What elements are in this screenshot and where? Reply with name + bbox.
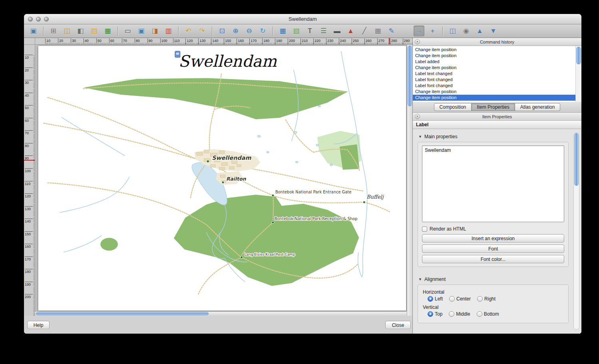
group-items-button[interactable]: ◫: [447, 26, 458, 36]
history-item[interactable]: Label font changed: [413, 83, 575, 89]
refresh-view-icon: ↻: [260, 28, 265, 34]
history-item[interactable]: Change item position: [413, 95, 581, 101]
ruler-mark: 110: [25, 181, 33, 186]
add-new-label-button[interactable]: T: [304, 26, 315, 36]
add-arrow-button[interactable]: ╱: [359, 26, 370, 36]
canvas-vertical-scrollbar[interactable]: [407, 45, 412, 316]
composer-manager-button[interactable]: ◧: [75, 26, 86, 36]
scrollbar-thumb[interactable]: [36, 312, 209, 315]
add-image-button[interactable]: ▧: [291, 26, 302, 36]
history-item[interactable]: Label added: [413, 59, 575, 65]
add-new-scalebar-button[interactable]: ▬: [332, 26, 342, 36]
tab-item-properties[interactable]: Item Properties: [472, 103, 515, 111]
lower-selected-items-button[interactable]: ▼: [488, 26, 499, 36]
zoom-full-extent-button[interactable]: ⊡: [217, 26, 227, 36]
radio-option-left[interactable]: Left: [428, 296, 443, 302]
lock-selected-items-button[interactable]: ◉: [461, 26, 472, 36]
radio-left[interactable]: [428, 296, 433, 302]
add-new-legend-button[interactable]: ☰: [318, 26, 329, 36]
scrollbar-thumb[interactable]: [408, 46, 412, 106]
export-as-pdf-button[interactable]: ▥: [163, 26, 174, 36]
load-from-template-button[interactable]: ▤: [89, 26, 100, 36]
add-basic-shape-button[interactable]: ▲: [345, 26, 356, 36]
add-html-frame-button[interactable]: ✎: [386, 26, 397, 36]
tab-atlas-generation[interactable]: Atlas generation: [515, 103, 561, 111]
raise-selected-items-icon: ▲: [476, 28, 483, 34]
scrollbar-thumb[interactable]: [576, 47, 581, 64]
alignment-section-header[interactable]: ▼ Alignment: [418, 276, 569, 282]
history-scrollbar[interactable]: [575, 46, 581, 102]
print-button[interactable]: ▭: [122, 26, 133, 36]
redo-button[interactable]: ↷: [197, 26, 207, 36]
ruler-mark: 50: [96, 38, 101, 44]
composer-canvas[interactable]: Swellendam Railton Bontebok National Par…: [35, 45, 412, 316]
insert-expression-button[interactable]: Insert an expression: [422, 234, 564, 243]
close-panel-icon[interactable]: ×: [415, 39, 420, 44]
radio-center[interactable]: [449, 296, 455, 302]
radio-option-top[interactable]: Top: [428, 311, 442, 317]
label-text-input[interactable]: Swellendam: [422, 145, 564, 222]
horizontal-label: Horizontal: [423, 289, 564, 295]
main-properties-section-header[interactable]: ▼ Main properties: [418, 134, 569, 139]
ruler-mark: 30: [71, 38, 76, 44]
select-move-item-button[interactable]: →: [414, 26, 424, 36]
zoom-in-button[interactable]: ⊕: [230, 26, 241, 36]
display-section-header[interactable]: ▼ Display: [418, 333, 569, 334]
radio-label: Middle: [456, 311, 470, 317]
move-item-content-button[interactable]: +: [427, 26, 438, 36]
composition-title-label[interactable]: Swellendam: [179, 52, 277, 70]
radio-bottom[interactable]: [477, 311, 482, 317]
history-item[interactable]: Change item position: [413, 53, 575, 59]
font-color-button[interactable]: Font color...: [422, 255, 564, 263]
render-as-html-checkbox[interactable]: [422, 227, 427, 232]
radio-right[interactable]: [477, 296, 483, 302]
zoom-out-icon: ⊖: [246, 28, 252, 34]
history-item[interactable]: Change item position: [413, 65, 575, 71]
ruler-mark: 170: [249, 38, 257, 44]
save-project-button[interactable]: ▣: [28, 26, 39, 36]
radio-option-right[interactable]: Right: [477, 296, 496, 302]
radio-top[interactable]: [428, 311, 433, 317]
save-as-template-button[interactable]: ▦: [102, 26, 113, 36]
properties-scrollbar[interactable]: [573, 132, 579, 330]
close-window-button[interactable]: [28, 17, 33, 22]
ruler-mark: 80: [25, 143, 33, 148]
refresh-view-button[interactable]: ↻: [257, 26, 268, 36]
titlebar[interactable]: Swellendam: [24, 14, 581, 24]
close-panel-icon[interactable]: ×: [415, 114, 420, 119]
radio-option-center[interactable]: Center: [449, 296, 471, 302]
render-as-html-row[interactable]: Render as HTML: [422, 226, 564, 232]
raise-selected-items-button[interactable]: ▲: [474, 26, 485, 36]
new-composition-button[interactable]: ⊞: [48, 26, 59, 36]
history-item[interactable]: Change item position: [413, 47, 575, 53]
export-as-image-button[interactable]: ▣: [136, 26, 147, 36]
radio-middle[interactable]: [449, 311, 454, 317]
composition-paper[interactable]: Swellendam Railton Bontebok National Par…: [38, 46, 406, 311]
canvas-horizontal-scrollbar[interactable]: [35, 311, 407, 316]
minimize-window-button[interactable]: [36, 17, 41, 22]
history-item[interactable]: Label text changed: [413, 71, 575, 77]
duplicate-composition-button[interactable]: ◫: [62, 26, 72, 36]
add-new-map-button[interactable]: ▦: [277, 26, 288, 36]
history-item[interactable]: Label font changed: [413, 77, 575, 83]
section-title: Display: [424, 333, 440, 334]
ruler-mark: 90: [147, 38, 153, 44]
ruler-mark: 60: [25, 118, 33, 123]
zoom-window-button[interactable]: [44, 17, 49, 22]
ruler-mark: 30: [25, 80, 33, 85]
ruler-mark: 40: [84, 38, 89, 44]
close-button[interactable]: Close: [385, 321, 411, 329]
add-attribute-table-button[interactable]: ▦: [372, 26, 383, 36]
scrollbar-thumb[interactable]: [574, 133, 579, 186]
font-button[interactable]: Font: [422, 245, 564, 253]
lower-selected-items-icon: ▼: [490, 28, 497, 34]
history-item[interactable]: Change item position: [413, 89, 575, 95]
zoom-out-button[interactable]: ⊖: [244, 26, 255, 36]
ruler-mark: 200: [288, 38, 295, 44]
undo-button[interactable]: ↶: [183, 26, 194, 36]
radio-option-middle[interactable]: Middle: [449, 311, 470, 317]
help-button[interactable]: Help: [27, 321, 50, 329]
export-as-svg-button[interactable]: ◨: [149, 26, 160, 36]
tab-composition[interactable]: Composition: [434, 103, 472, 111]
radio-option-bottom[interactable]: Bottom: [477, 311, 499, 317]
